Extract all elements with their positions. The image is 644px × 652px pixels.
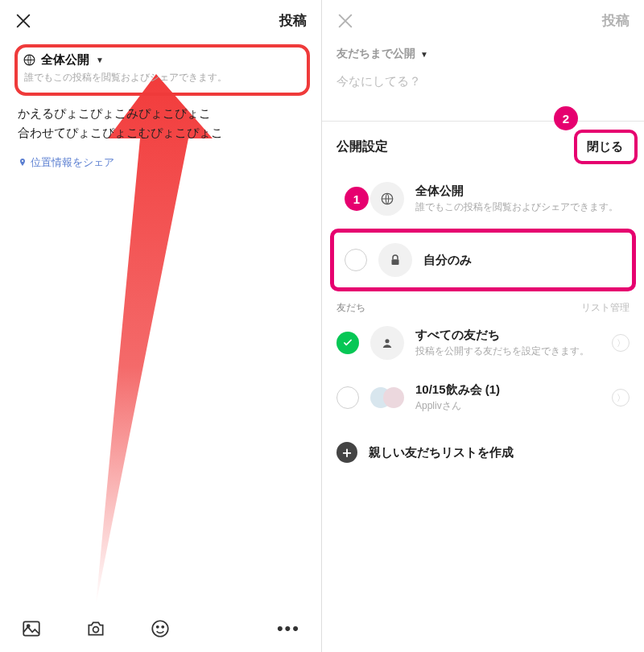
camera-icon[interactable]: [85, 618, 106, 639]
plus-icon: ＋: [336, 442, 357, 463]
friends-section-header: 友だち リスト管理: [322, 293, 644, 315]
privacy-selector[interactable]: 友だちまで公開 ▼: [336, 47, 428, 61]
sheet-close-button[interactable]: 閉じる: [580, 134, 630, 159]
privacy-sheet: 公開設定 閉じる 1 全体公開 誰でもこの投稿を閲覧およびシェアできます。: [322, 121, 644, 652]
svg-point-5: [152, 621, 168, 637]
compose-placeholder: 今なにしてる？: [336, 74, 630, 89]
privacy-option-public[interactable]: 1 全体公開 誰でもこの投稿を閲覧およびシェアできます。: [322, 171, 644, 227]
right-pane: 投稿 友だちまで公開 ▼ 今なにしてる？ 2 公開設定 閉じる 1 全体公開 誰…: [322, 0, 644, 652]
compose-header: 投稿: [322, 0, 644, 38]
chevron-right-icon: 〉: [612, 389, 630, 406]
privacy-selector[interactable]: 全体公開 ▼: [23, 52, 300, 68]
gallery-icon[interactable]: [21, 618, 42, 639]
svg-point-6: [157, 626, 159, 628]
privacy-option-friend-group[interactable]: 10/15飲み会 (1) Applivさん 〉: [322, 371, 644, 424]
close-icon[interactable]: [14, 12, 32, 30]
compose-body: かえるぴょこぴょこみぴょこぴょこ 合わせてぴょこぴょこむぴょこぴょこ: [0, 96, 321, 142]
option-subtitle: Applivさん: [415, 399, 601, 413]
group-avatars-icon: [370, 387, 404, 408]
svg-rect-9: [392, 259, 399, 265]
step-badge-2: 2: [554, 106, 578, 130]
sheet-header: 公開設定 閉じる: [322, 122, 644, 171]
option-title: 全体公開: [415, 184, 630, 199]
location-pin-icon: [18, 158, 27, 167]
step-badge-1: 1: [345, 187, 369, 211]
privacy-subtitle: 誰でもこの投稿を閲覧およびシェアできます。: [24, 71, 300, 85]
person-icon: [370, 326, 404, 360]
emoji-icon[interactable]: [150, 618, 171, 639]
svg-point-7: [162, 626, 163, 628]
manage-lists-link[interactable]: リスト管理: [581, 301, 630, 315]
radio-icon: [345, 249, 367, 271]
privacy-option-all-friends[interactable]: すべての友だち 投稿を公開する友だちを設定できます。 〉: [322, 315, 644, 371]
compose-header: 投稿: [0, 0, 321, 38]
left-pane: 投稿 全体公開 ▼ 誰でもこの投稿を閲覧およびシェアできます。 かえるぴょこぴょ…: [0, 0, 322, 652]
compose-action-bar: •••: [0, 605, 321, 652]
privacy-selector-highlight: 全体公開 ▼ 誰でもこの投稿を閲覧およびシェアできます。: [14, 44, 310, 96]
option-subtitle: 投稿を公開する友だちを設定できます。: [415, 345, 601, 358]
close-icon[interactable]: [336, 12, 354, 30]
add-close-friends-list[interactable]: ＋ 親しい友だちリストを作成: [322, 424, 644, 463]
share-location-label: 位置情報をシェア: [31, 155, 114, 170]
more-icon[interactable]: •••: [277, 618, 300, 639]
option-title: すべての友だち: [415, 328, 601, 343]
post-button[interactable]: 投稿: [279, 11, 307, 30]
privacy-title: 友だちまで公開: [336, 47, 415, 61]
add-list-label: 親しい友だちリストを作成: [369, 445, 514, 460]
privacy-option-self[interactable]: 自分のみ: [333, 232, 633, 288]
svg-point-3: [27, 625, 30, 627]
compose-dimmed-area: 友だちまで公開 ▼ 今なにしてる？: [322, 38, 644, 89]
chevron-right-icon: 〉: [612, 334, 630, 352]
post-button[interactable]: 投稿: [602, 11, 630, 30]
friends-label: 友だち: [336, 301, 365, 315]
lock-icon: [378, 243, 412, 277]
globe-icon: [370, 182, 404, 216]
globe-icon: [23, 53, 36, 67]
checked-icon: [336, 332, 359, 354]
caret-down-icon: ▼: [96, 56, 104, 64]
compose-line: 合わせてぴょこぴょこむぴょこぴょこ: [18, 123, 305, 142]
option-title: 10/15飲み会 (1): [415, 382, 601, 398]
sheet-title: 公開設定: [336, 138, 388, 155]
compose-line: かえるぴょこぴょこみぴょこぴょこ: [18, 104, 305, 123]
privacy-title: 全体公開: [41, 52, 89, 68]
option-title: 自分のみ: [423, 253, 625, 268]
option-subtitle: 誰でもこの投稿を閲覧およびシェアできます。: [415, 200, 630, 214]
radio-icon: [336, 386, 359, 409]
share-location-button[interactable]: 位置情報をシェア: [0, 142, 321, 170]
caret-down-icon: ▼: [420, 50, 428, 59]
svg-point-10: [385, 339, 389, 343]
svg-point-4: [93, 627, 99, 633]
